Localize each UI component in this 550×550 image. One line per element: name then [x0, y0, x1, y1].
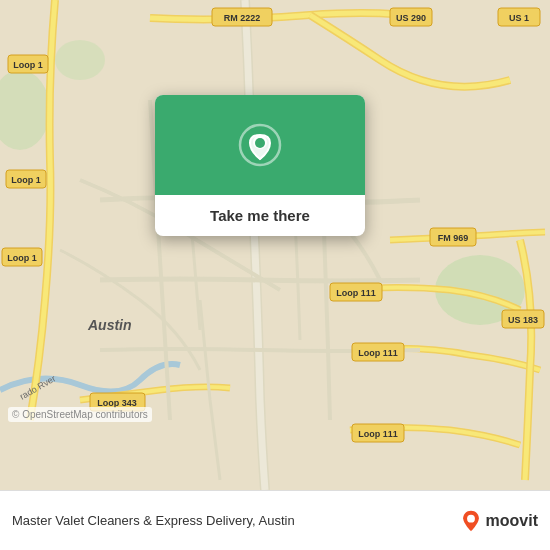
svg-point-32	[255, 138, 265, 148]
take-me-there-button[interactable]: Take me there	[155, 195, 365, 236]
svg-text:US 1: US 1	[509, 13, 529, 23]
moovit-logo: moovit	[460, 510, 538, 532]
svg-point-33	[467, 514, 475, 522]
place-name: Master Valet Cleaners & Express Delivery…	[12, 513, 452, 528]
svg-text:Loop 111: Loop 111	[358, 429, 398, 439]
moovit-text: moovit	[486, 512, 538, 530]
svg-text:Austin: Austin	[87, 317, 132, 333]
bottom-bar: Master Valet Cleaners & Express Delivery…	[0, 490, 550, 550]
svg-text:US 290: US 290	[396, 13, 426, 23]
popup-green-area	[155, 95, 365, 195]
svg-text:Loop 111: Loop 111	[358, 348, 398, 358]
moovit-pin-icon	[460, 510, 482, 532]
svg-text:Loop 1: Loop 1	[13, 60, 43, 70]
svg-text:FM 969: FM 969	[438, 233, 469, 243]
svg-text:Loop 111: Loop 111	[336, 288, 376, 298]
map-container: RM 2222 US 290 US 1 Loop 1 Loop 1 Loop 1…	[0, 0, 550, 490]
svg-text:Loop 1: Loop 1	[7, 253, 37, 263]
location-pin-icon	[238, 123, 282, 167]
popup-card: Take me there	[155, 95, 365, 236]
svg-text:US 183: US 183	[508, 315, 538, 325]
svg-text:Loop 1: Loop 1	[11, 175, 41, 185]
svg-text:RM 2222: RM 2222	[224, 13, 261, 23]
svg-point-3	[55, 40, 105, 80]
attribution: © OpenStreetMap contributors	[8, 407, 152, 422]
